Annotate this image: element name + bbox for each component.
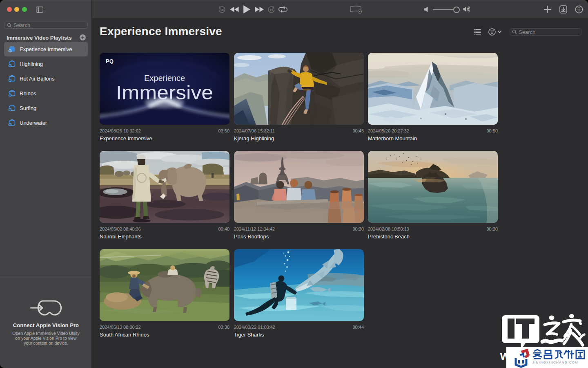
svg-text:10: 10: [220, 8, 223, 12]
svg-text:Immersive: Immersive: [116, 81, 213, 103]
svg-text:15: 15: [270, 8, 273, 12]
svg-text:JININGXINCHANG.COM: JININGXINCHANG.COM: [532, 361, 579, 364]
